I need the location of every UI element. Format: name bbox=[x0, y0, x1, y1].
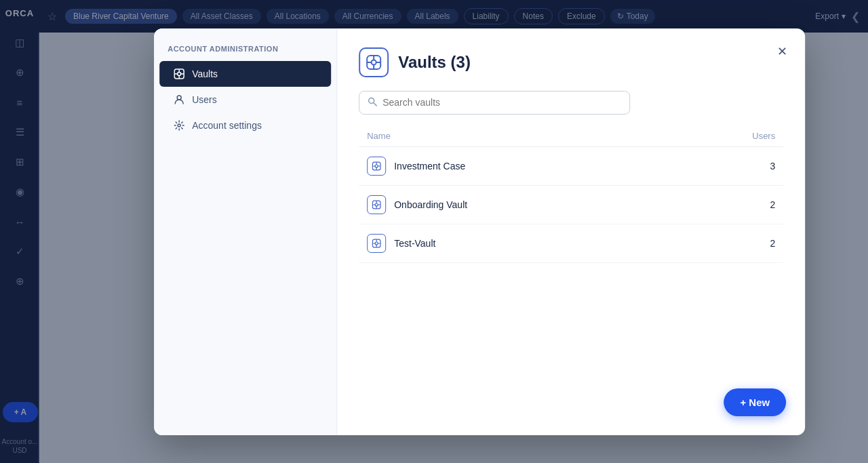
new-button-label: + New bbox=[740, 397, 770, 408]
svg-point-23 bbox=[375, 203, 378, 205]
vault-icon-small bbox=[367, 157, 386, 176]
vault-name: Test-Vault bbox=[394, 238, 435, 249]
table-row[interactable]: Investment Case 3 bbox=[359, 147, 783, 186]
users-sidebar-icon bbox=[173, 94, 185, 106]
vault-users: 2 bbox=[770, 238, 775, 249]
svg-point-17 bbox=[375, 164, 378, 167]
sidebar-item-account-settings[interactable]: Account settings bbox=[159, 113, 331, 138]
modal-sidebar-header: Account administration bbox=[154, 45, 336, 61]
sidebar-item-vaults[interactable]: Vaults bbox=[159, 61, 331, 87]
col-users-header: Users bbox=[752, 131, 775, 141]
row-left: Test-Vault bbox=[367, 234, 435, 253]
svg-point-6 bbox=[177, 96, 181, 100]
table-row[interactable]: Onboarding Vault 2 bbox=[359, 186, 783, 224]
row-left: Investment Case bbox=[367, 157, 465, 176]
vault-icon-small bbox=[367, 234, 386, 253]
svg-point-29 bbox=[375, 241, 378, 244]
account-settings-label: Account settings bbox=[192, 120, 262, 131]
vault-users: 3 bbox=[770, 161, 775, 172]
vault-users: 2 bbox=[770, 199, 775, 210]
table-header: Name Users bbox=[359, 131, 783, 147]
sidebar-item-users[interactable]: Users bbox=[159, 87, 331, 113]
vault-name: Investment Case bbox=[394, 161, 465, 172]
svg-point-1 bbox=[178, 72, 181, 75]
close-button[interactable]: ✕ bbox=[772, 42, 791, 61]
vaults-sidebar-icon bbox=[173, 68, 185, 80]
vaults-table: Name Users Investmen bbox=[359, 131, 783, 416]
close-icon: ✕ bbox=[777, 44, 787, 59]
vault-name: Onboarding Vault bbox=[394, 199, 467, 210]
svg-point-7 bbox=[178, 124, 180, 127]
row-left: Onboarding Vault bbox=[367, 195, 467, 214]
account-admin-modal: Account administration Vaults bbox=[154, 28, 805, 435]
search-bar bbox=[359, 91, 630, 115]
modal-main: ✕ Vaults (3) bbox=[337, 28, 805, 435]
modal-title: Vaults (3) bbox=[398, 53, 471, 72]
svg-line-15 bbox=[374, 102, 377, 106]
search-input[interactable] bbox=[382, 97, 621, 108]
table-row[interactable]: Test-Vault 2 bbox=[359, 224, 783, 263]
vault-icon-large bbox=[359, 47, 389, 77]
new-button[interactable]: + New bbox=[724, 388, 786, 416]
account-settings-sidebar-icon bbox=[173, 119, 185, 132]
col-name-header: Name bbox=[367, 131, 391, 141]
search-icon bbox=[368, 97, 377, 108]
vaults-label: Vaults bbox=[192, 68, 218, 79]
modal-sidebar: Account administration Vaults bbox=[154, 28, 337, 435]
vault-icon-small bbox=[367, 195, 386, 214]
modal-title-row: Vaults (3) bbox=[359, 47, 783, 77]
users-label: Users bbox=[192, 94, 217, 105]
svg-point-9 bbox=[372, 60, 376, 64]
